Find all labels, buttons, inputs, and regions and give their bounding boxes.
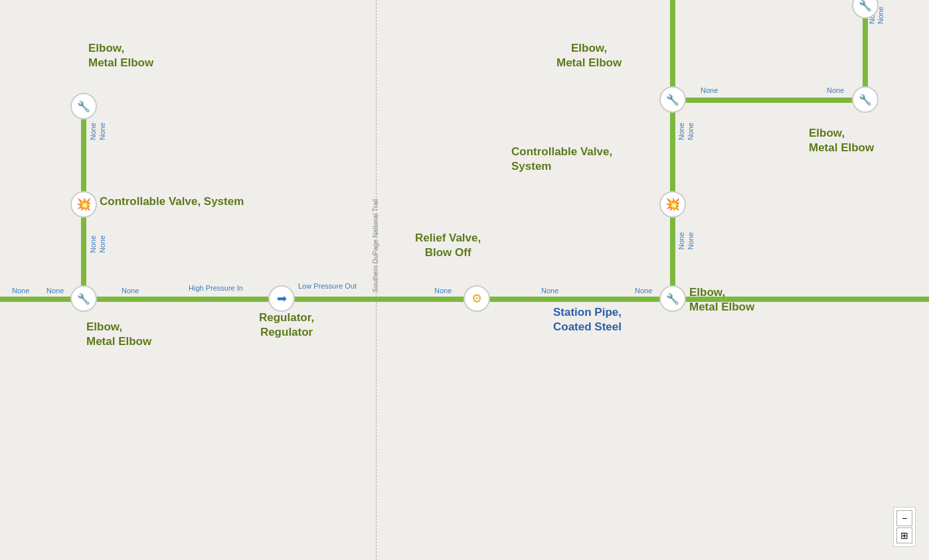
valve-left-icon: 💥: [76, 197, 91, 212]
pipe-label-none-10: None: [635, 287, 652, 295]
elbow-far-right-icon: 🔧: [859, 94, 872, 106]
label-elbow-top-center: Elbow,Metal Elbow: [556, 41, 622, 70]
node-valve-right[interactable]: 💥: [659, 191, 686, 218]
elbow-bottom-left-icon: 🔧: [77, 293, 90, 305]
pipe-label-none-7: None: [122, 287, 139, 295]
pipe-label-none-12: None: [687, 123, 695, 140]
pipe-vertical-right: [670, 0, 675, 299]
label-station-pipe: Station Pipe,Coated Steel: [553, 305, 622, 334]
label-valve-right: Controllable Valve,System: [511, 145, 612, 174]
pressure-label-lp: Low Pressure Out: [298, 282, 357, 290]
trail-label: Southern DuPage National Trail: [372, 199, 379, 293]
label-valve-left: Controllable Valve, System: [100, 194, 244, 209]
label-elbow-bottom-left: Elbow,Metal Elbow: [86, 320, 151, 349]
label-elbow-right-main: Elbow,Metal Elbow: [689, 285, 754, 315]
pipe-label-none-11: None: [677, 123, 685, 140]
relief-valve-icon: ⚙: [471, 291, 482, 306]
label-relief-valve: Relief Valve,Blow Off: [415, 231, 481, 260]
pipe-horizontal-top-right: [673, 98, 869, 103]
elbow-top-left-icon: 🔧: [77, 100, 90, 113]
pipe-label-none-15: None: [701, 86, 718, 94]
label-regulator: Regulator,Regulator: [259, 311, 314, 340]
node-elbow-top-right-center[interactable]: 🔧: [659, 86, 686, 113]
pipe-label-none-3: None: [89, 123, 97, 140]
valve-right-icon: 💥: [665, 197, 680, 212]
elbow-right-main-icon: 🔧: [666, 293, 679, 305]
label-elbow-far-right: Elbow,Metal Elbow: [809, 126, 874, 155]
pipe-label-none-14: None: [687, 232, 695, 249]
pipe-label-none-6: None: [98, 236, 106, 253]
map-controls: − ⊞: [893, 507, 916, 547]
pipe-label-none-1: None: [12, 287, 29, 295]
node-elbow-far-right[interactable]: 🔧: [852, 86, 879, 113]
pipe-label-none-8: None: [434, 287, 452, 295]
node-relief-valve[interactable]: ⚙: [464, 285, 490, 312]
node-elbow-bottom-left[interactable]: 🔧: [70, 285, 97, 312]
pipe-label-none-2: None: [46, 287, 64, 295]
elbow-top-corner-icon: 🔧: [859, 0, 872, 12]
map-zoom-out-button[interactable]: −: [896, 510, 912, 526]
node-elbow-right-main[interactable]: 🔧: [659, 285, 686, 312]
pressure-label-hp: High Pressure In: [189, 284, 243, 292]
elbow-top-right-center-icon: 🔧: [666, 94, 679, 106]
node-elbow-top-left[interactable]: 🔧: [70, 93, 97, 119]
map-canvas: Southern DuPage National Trail None None…: [0, 0, 929, 560]
map-icon-button[interactable]: ⊞: [896, 527, 912, 543]
pipe-label-none-13: None: [677, 232, 685, 249]
pipe-label-none-16: None: [827, 86, 844, 94]
pipe-label-none-5: None: [89, 236, 97, 253]
node-valve-left[interactable]: 💥: [70, 191, 97, 218]
node-regulator[interactable]: ➡: [268, 285, 295, 312]
pipe-label-none-4: None: [98, 123, 106, 140]
pipe-label-none-9: None: [541, 287, 558, 295]
regulator-icon: ➡: [277, 291, 287, 306]
label-elbow-top-left: Elbow,Metal Elbow: [88, 41, 153, 70]
